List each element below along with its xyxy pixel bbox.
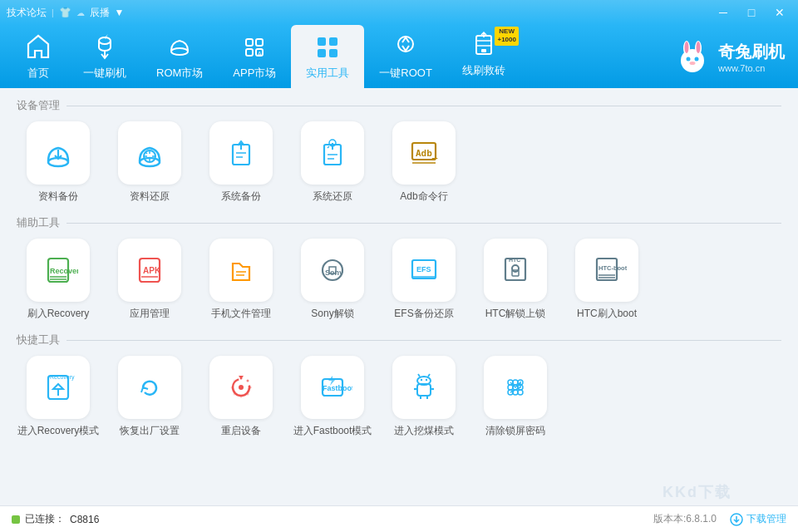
tool-fastboot[interactable]: Fastboot 进入Fastboot模式 — [291, 356, 374, 438]
logo-area: 奇兔刷机 www.7to.cn — [673, 25, 798, 88]
tool-efs[interactable]: EFS EFS备份还原 — [382, 239, 466, 321]
download-mgr-label: 下载管理 — [746, 512, 786, 526]
svg-point-68 — [240, 396, 243, 398]
tool-file-mgmt-label: 手机文件管理 — [211, 307, 271, 321]
status-right: 版本本:6.8.1.0 下载管理 — [653, 512, 786, 526]
tool-data-restore[interactable]: 资料还原 — [108, 121, 191, 204]
nav-item-rom[interactable]: ROM市场 — [141, 25, 218, 88]
nav-tools-label: 实用工具 — [306, 66, 349, 81]
svg-point-69 — [234, 393, 236, 396]
nav-oneflash-label: 一键刷机 — [83, 66, 126, 81]
tool-enter-recovery[interactable]: Recovery 进入Recovery模式 — [17, 356, 100, 438]
svg-rect-10 — [318, 49, 326, 57]
user-link[interactable]: 辰播 — [90, 6, 110, 20]
tool-dig-mode[interactable]: 进入挖煤模式 — [382, 356, 466, 438]
svg-point-21 — [697, 42, 701, 53]
svg-point-22 — [687, 57, 691, 62]
tool-sony-label: Sony解锁 — [311, 307, 353, 321]
tool-adb-cmd[interactable]: Adb_ Adb命令行 — [382, 121, 466, 204]
close-btn[interactable]: ✕ — [768, 3, 791, 22]
tool-flash-recovery-label: 刷入Recovery — [27, 307, 90, 321]
maximize-btn[interactable]: □ — [740, 3, 763, 22]
tool-dig-mode-label: 进入挖煤模式 — [394, 424, 454, 438]
tool-data-backup[interactable]: 资料备份 — [17, 121, 100, 204]
titlebar: 技术论坛 | 👕 ☁ 辰播 ▼ ─ □ ✕ — [0, 0, 798, 25]
tool-htc-unlock-label: HTC解锁上锁 — [485, 307, 546, 321]
svg-text:HTC-boot: HTC-boot — [598, 264, 627, 272]
forum-link[interactable]: 技术论坛 — [7, 6, 47, 20]
svg-point-77 — [426, 379, 427, 381]
titlebar-sep2: ☁ — [76, 8, 85, 17]
minimize-btn[interactable]: ─ — [712, 3, 735, 22]
tool-htc-unlock[interactable]: HTC HTC解锁上锁 — [474, 239, 557, 321]
tool-factory-reset[interactable]: 恢复出厂设置 — [108, 356, 191, 438]
svg-point-65 — [247, 380, 249, 382]
nav-app-label: APP市场 — [233, 66, 276, 81]
main-content: 设备管理 资料备份 — [0, 88, 798, 505]
tool-app-mgmt[interactable]: APK 应用管理 — [108, 239, 191, 321]
nav-rom-label: ROM市场 — [156, 66, 203, 81]
svg-point-66 — [249, 387, 252, 389]
tool-app-mgmt-label: 应用管理 — [130, 307, 170, 321]
tool-sony-unlock[interactable]: Sony Sony解锁 — [291, 239, 374, 321]
tool-clear-pwd[interactable]: 清除锁屏密码 — [474, 356, 557, 438]
svg-rect-11 — [329, 49, 337, 57]
nav-item-home[interactable]: 首页 — [8, 25, 68, 88]
nav-home-label: 首页 — [27, 66, 49, 81]
nav-root-label: 一键ROOT — [379, 66, 432, 81]
svg-point-64 — [240, 377, 243, 380]
version-label: 版本本:6.8.1.0 — [653, 512, 717, 526]
nav-item-root[interactable]: 一键ROOT — [364, 25, 447, 88]
svg-point-24 — [690, 62, 696, 65]
quick-tools-grid: Recovery 进入Recovery模式 恢复出厂设置 — [17, 356, 781, 438]
logo-name: 奇兔刷机 — [718, 41, 785, 63]
download-mgr-btn[interactable]: 下载管理 — [730, 512, 786, 526]
logo-rabbit-icon — [673, 37, 712, 76]
tool-file-mgmt[interactable]: 手机文件管理 — [200, 239, 283, 321]
svg-point-71 — [234, 380, 236, 382]
download-icon — [730, 513, 743, 526]
svg-point-63 — [239, 385, 244, 390]
svg-point-87 — [508, 385, 513, 390]
tool-reboot-label: 重启设备 — [221, 424, 261, 438]
tool-sys-restore[interactable]: 系统还原 — [291, 121, 374, 204]
svg-point-53 — [512, 265, 519, 272]
svg-rect-74 — [417, 384, 431, 396]
svg-point-85 — [513, 380, 518, 385]
svg-text:EFS: EFS — [416, 265, 431, 273]
svg-text:A: A — [258, 51, 262, 57]
section-quick-tools-title: 快捷工具 — [17, 332, 781, 347]
nav-item-oneflash[interactable]: 一键刷机 — [68, 25, 141, 88]
tool-efs-label: EFS备份还原 — [394, 307, 453, 321]
svg-rect-16 — [481, 49, 486, 52]
tool-sys-backup[interactable]: 系统备份 — [200, 121, 283, 204]
tool-htc-boot[interactable]: HTC-boot HTC刷入boot — [565, 239, 648, 321]
titlebar-sep1: | — [52, 8, 54, 17]
svg-point-76 — [421, 379, 422, 381]
tool-htc-boot-label: HTC刷入boot — [577, 307, 637, 321]
svg-rect-5 — [246, 49, 253, 56]
tool-fastboot-label: 进入Fastboot模式 — [293, 424, 372, 438]
svg-rect-4 — [256, 39, 263, 46]
nav-lineflash-label: 线刷救砖 — [462, 63, 505, 78]
new-badge: NEW +1000 — [495, 27, 518, 46]
statusbar: 已连接： C8816 版本本:6.8.1.0 下载管理 — [0, 505, 798, 532]
shirt-btn[interactable]: 👕 — [59, 7, 71, 18]
nav-item-tools[interactable]: 实用工具 — [291, 25, 364, 88]
tool-reboot[interactable]: 重启设备 — [200, 356, 283, 438]
svg-text:Fastboot: Fastboot — [323, 384, 352, 392]
svg-point-67 — [247, 393, 249, 396]
svg-text:Recovery: Recovery — [50, 374, 75, 381]
dropdown-btn[interactable]: ▼ — [115, 7, 125, 18]
tool-adb-label: Adb命令行 — [400, 190, 447, 204]
tool-flash-recovery[interactable]: Recovery 刷入Recovery — [17, 239, 100, 321]
svg-rect-8 — [318, 37, 326, 46]
logo-url: www.7to.cn — [718, 63, 785, 73]
nav-item-app[interactable]: A APP市场 — [218, 25, 291, 88]
section-device-mgmt-title: 设备管理 — [17, 98, 781, 113]
device-id: C8816 — [70, 514, 99, 525]
svg-text:Recovery: Recovery — [50, 267, 78, 275]
svg-point-0 — [99, 37, 111, 44]
svg-point-23 — [695, 57, 699, 62]
tool-sys-backup-label: 系统备份 — [221, 190, 261, 204]
